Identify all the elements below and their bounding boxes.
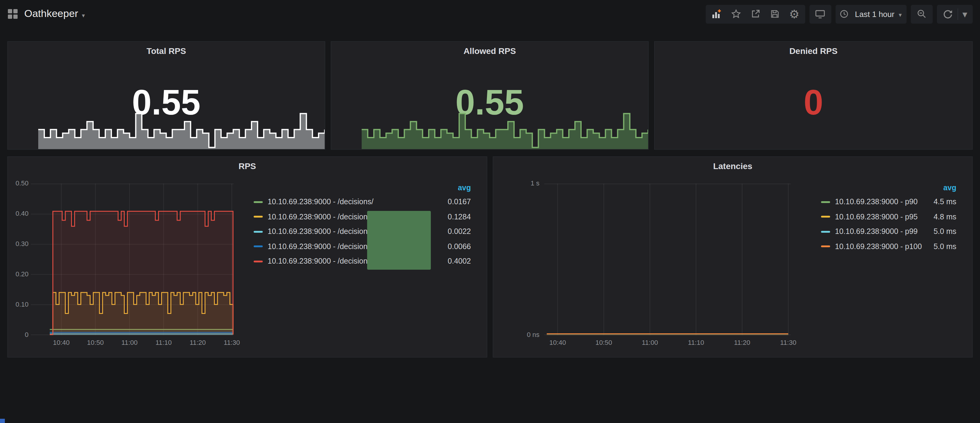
x-axis-label: 11:10: [681, 339, 711, 346]
dashboard-actions-group: ⚙: [706, 5, 805, 23]
y-axis-label: 0.30: [8, 240, 29, 247]
legend-item[interactable]: 10.10.69.238:9000 - p954.8 ms: [821, 209, 956, 224]
grafana-dashboard: Oathkeeper ▾ ⚙: [0, 0, 980, 423]
y-axis-label: 0.40: [8, 210, 29, 217]
legend-series-name[interactable]: 10.10.69.238:9000 - p90: [835, 198, 918, 206]
rps-graph-area[interactable]: [31, 184, 234, 335]
legend-color-dash[interactable]: [254, 246, 263, 247]
legend-series-name[interactable]: 10.10.69.238:9000 - /decisions/: [267, 213, 374, 221]
legend-series-name[interactable]: 10.10.69.238:9000 - /decisions/: [267, 198, 374, 206]
legend-series-name[interactable]: 10.10.69.238:9000 - /decisions/: [267, 228, 374, 236]
legend-avg-value: 0.1284: [448, 213, 471, 221]
panel-title[interactable]: Total RPS: [8, 42, 325, 56]
time-picker[interactable]: Last 1 hour ▾: [835, 5, 907, 23]
legend-item[interactable]: 10.10.69.238:9000 - p1005.0 ms: [821, 239, 956, 254]
legend-series-name[interactable]: 10.10.69.238:9000 - p100: [835, 242, 922, 251]
y-axis-label: 1 s: [493, 179, 539, 187]
save-icon[interactable]: [765, 5, 784, 23]
dashboard-title-caret-icon[interactable]: ▾: [82, 12, 85, 19]
gear-icon[interactable]: ⚙: [784, 5, 804, 23]
x-axis-label: 11:30: [773, 339, 803, 346]
rps-legend: avg 10.10.69.238:9000 - /decisions/0.016…: [254, 181, 471, 269]
refresh-interval-caret-icon[interactable]: ▾: [958, 5, 972, 23]
y-axis-label: 0.10: [8, 301, 29, 308]
legend-item[interactable]: 10.10.69.238:9000 - /decisions/0.0167: [254, 195, 471, 209]
legend-avg-value: 0.4002: [448, 257, 471, 266]
x-axis-label: 11:20: [727, 339, 757, 346]
panel-rps: RPS avg 10.10.69.238:9000 - /decisions/0…: [7, 156, 487, 358]
zoom-out-icon[interactable]: [912, 5, 931, 23]
x-axis-label: 11:10: [148, 339, 179, 346]
x-axis-label: 10:40: [46, 339, 76, 346]
share-icon[interactable]: [746, 5, 765, 23]
refresh-group: ▾: [937, 5, 973, 23]
legend-item[interactable]: 10.10.69.238:9000 - p904.5 ms: [821, 195, 956, 209]
x-axis-label: 10:40: [542, 339, 573, 346]
panel-title[interactable]: Latencies: [493, 157, 972, 171]
legend-series-name[interactable]: 10.10.69.238:9000 - p95: [835, 213, 918, 221]
legend-series-name[interactable]: 10.10.69.238:9000 - /decisions/: [267, 257, 374, 266]
refresh-icon[interactable]: [938, 5, 958, 23]
total-rps-sparkline: [38, 111, 325, 149]
apps-grid-icon[interactable]: [7, 8, 18, 19]
clock-icon: [837, 5, 851, 23]
panel-allowed-rps: Allowed RPS 0.55: [331, 41, 649, 150]
panel-title[interactable]: Allowed RPS: [331, 42, 648, 56]
legend-avg-value: 4.8 ms: [934, 213, 956, 221]
latencies-legend: avg 10.10.69.238:9000 - p904.5 ms10.10.6…: [821, 181, 956, 254]
legend-avg-value: 0.0167: [448, 198, 471, 206]
legend-avg-value: 4.5 ms: [934, 198, 956, 206]
navbar-right: ⚙ Last 1 hour ▾: [706, 5, 973, 23]
add-panel-button[interactable]: [707, 5, 726, 23]
legend-item[interactable]: 10.10.69.238:9000 - /decisions/0.4002: [254, 254, 471, 269]
legend-hover-artifact: [367, 211, 431, 270]
latencies-graph-area[interactable]: [544, 184, 791, 335]
legend-color-dash[interactable]: [821, 216, 830, 218]
panel-total-rps: Total RPS 0.55: [7, 41, 325, 150]
legend-avg-value: 0.0022: [448, 228, 471, 236]
panel-latencies: Latencies avg 10.10.69.238:9000 - p904.5…: [493, 156, 973, 358]
x-axis-label: 11:20: [183, 339, 213, 346]
tv-kiosk-icon[interactable]: [811, 5, 830, 23]
time-range-label: Last 1 hour: [855, 10, 894, 19]
legend-avg-value: 0.0066: [448, 242, 471, 251]
stat-value: 0: [655, 82, 972, 122]
legend-color-dash[interactable]: [821, 246, 830, 247]
legend-color-dash[interactable]: [821, 231, 830, 233]
legend-series-name[interactable]: 10.10.69.238:9000 - p99: [835, 228, 918, 236]
time-picker-caret-icon: ▾: [899, 11, 902, 18]
x-axis-label: 10:50: [80, 339, 110, 346]
bottom-edge-artifact: [0, 419, 5, 423]
legend-avg-header: avg: [821, 181, 956, 195]
legend-avg-header: avg: [254, 181, 471, 195]
x-axis-label: 10:50: [589, 339, 619, 346]
y-axis-label: 0.50: [8, 179, 29, 187]
navbar: Oathkeeper ▾ ⚙: [0, 0, 980, 28]
legend-color-dash[interactable]: [821, 201, 830, 203]
legend-avg-value: 5.0 ms: [934, 228, 956, 236]
panel-denied-rps: Denied RPS 0: [654, 41, 973, 150]
legend-color-dash[interactable]: [254, 261, 263, 262]
star-icon[interactable]: [726, 5, 746, 23]
x-axis-label: 11:30: [216, 339, 247, 346]
legend-color-dash[interactable]: [254, 231, 263, 233]
legend-series-name[interactable]: 10.10.69.238:9000 - /decisions/: [267, 242, 374, 251]
y-axis-label: 0 ns: [493, 331, 539, 338]
legend-item[interactable]: 10.10.69.238:9000 - /decisions/0.1284: [254, 209, 471, 224]
dashboard-title[interactable]: Oathkeeper: [24, 8, 78, 20]
legend-item[interactable]: 10.10.69.238:9000 - /decisions/0.0066: [254, 239, 471, 254]
y-axis-label: 0: [8, 331, 29, 338]
zoom-out-group: [911, 5, 933, 23]
legend-color-dash[interactable]: [254, 216, 263, 218]
y-axis-label: 0.20: [8, 270, 29, 277]
legend-color-dash[interactable]: [254, 201, 263, 203]
legend-item[interactable]: 10.10.69.238:9000 - p995.0 ms: [821, 224, 956, 239]
legend-item[interactable]: 10.10.69.238:9000 - /decisions/0.0022: [254, 224, 471, 239]
kiosk-mode-group: [810, 5, 831, 23]
allowed-rps-sparkline: [362, 111, 648, 149]
legend-avg-value: 5.0 ms: [934, 242, 956, 251]
x-axis-label: 11:00: [115, 339, 145, 346]
panel-title[interactable]: RPS: [8, 157, 487, 171]
panel-title[interactable]: Denied RPS: [655, 42, 972, 56]
x-axis-label: 11:00: [635, 339, 665, 346]
